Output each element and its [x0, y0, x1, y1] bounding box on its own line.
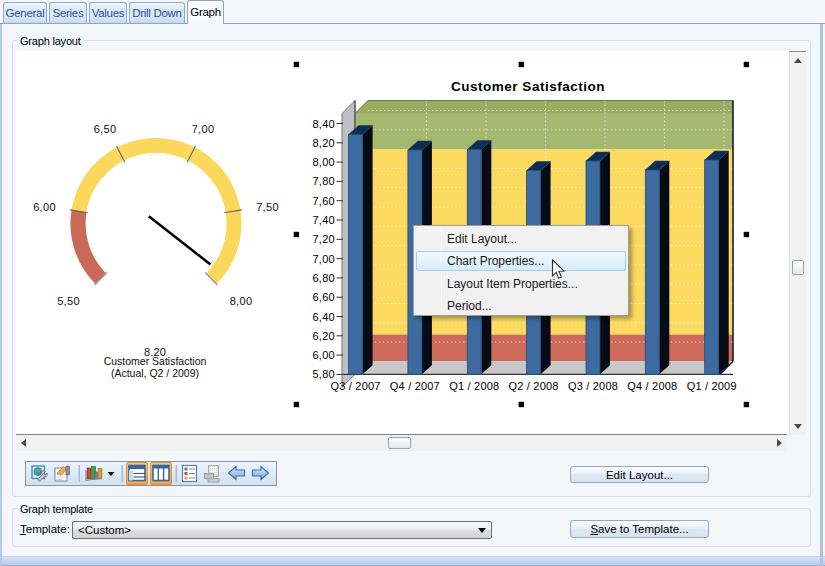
svg-text:Customer Satisfaction: Customer Satisfaction — [451, 79, 605, 94]
svg-text:6,20: 6,20 — [312, 330, 335, 342]
svg-text:7,60: 7,60 — [312, 195, 335, 207]
svg-text:6,00: 6,00 — [312, 349, 335, 361]
svg-text:7,50: 7,50 — [256, 201, 279, 213]
svg-text:5,50: 5,50 — [57, 295, 80, 307]
svg-text:8,20: 8,20 — [312, 137, 335, 149]
svg-text:6,50: 6,50 — [94, 123, 117, 135]
svg-text:Customer Satisfaction: Customer Satisfaction — [104, 355, 207, 367]
svg-text:6,60: 6,60 — [312, 291, 335, 303]
svg-text:Q3 / 2007: Q3 / 2007 — [331, 380, 381, 392]
svg-text:8,00: 8,00 — [312, 156, 335, 168]
svg-text:Q4 / 2008: Q4 / 2008 — [627, 380, 677, 392]
svg-text:5,80: 5,80 — [312, 368, 335, 380]
svg-text:8,40: 8,40 — [312, 118, 335, 130]
svg-text:7,20: 7,20 — [312, 233, 335, 245]
svg-text:7,00: 7,00 — [312, 253, 335, 265]
svg-text:6,00: 6,00 — [33, 201, 56, 213]
svg-text:6,40: 6,40 — [312, 311, 335, 323]
svg-text:Q1 / 2008: Q1 / 2008 — [449, 380, 499, 392]
svg-text:6,80: 6,80 — [312, 272, 335, 284]
svg-text:Q3 / 2008: Q3 / 2008 — [568, 380, 618, 392]
svg-text:7,80: 7,80 — [312, 175, 335, 187]
svg-text:8,00: 8,00 — [230, 295, 253, 307]
svg-text:(Actual, Q2 / 2009): (Actual, Q2 / 2009) — [111, 367, 199, 379]
svg-text:Q2 / 2008: Q2 / 2008 — [509, 380, 559, 392]
svg-text:Q1 / 2009: Q1 / 2009 — [687, 380, 737, 392]
svg-text:7,40: 7,40 — [312, 214, 335, 226]
svg-text:7,00: 7,00 — [192, 123, 215, 135]
svg-text:Q4 / 2007: Q4 / 2007 — [390, 380, 440, 392]
